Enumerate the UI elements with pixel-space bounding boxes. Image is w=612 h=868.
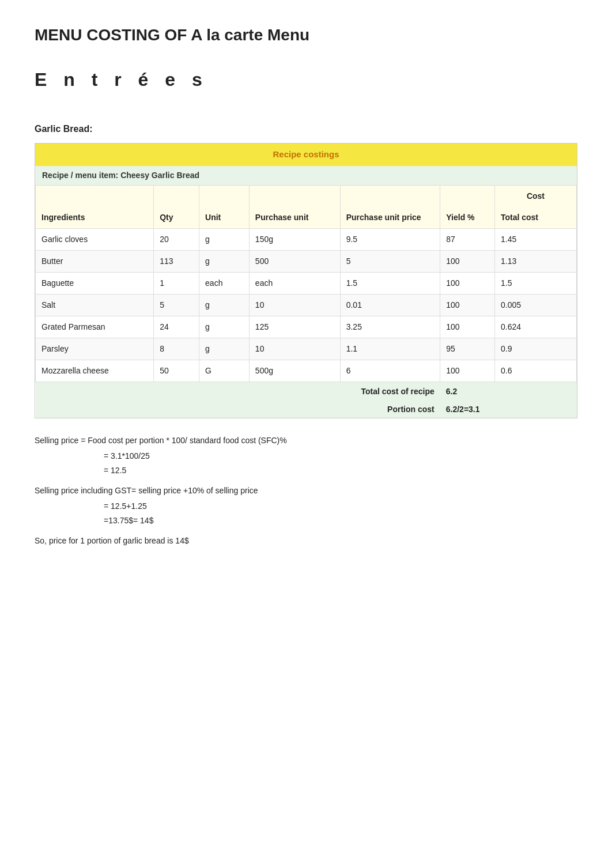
cell-0-3: 150g xyxy=(249,228,340,250)
total-cost-label: Total cost of recipe xyxy=(36,382,440,401)
table-row: Salt5g100.011000.005 xyxy=(36,294,577,316)
cell-3-4: 0.01 xyxy=(340,294,440,316)
cell-1-3: 500 xyxy=(249,250,340,272)
cell-5-3: 10 xyxy=(249,338,340,360)
page-title: MENU COSTING OF A la carte Menu xyxy=(35,23,577,47)
cell-3-2: g xyxy=(199,294,250,316)
total-cost-row: Total cost of recipe 6.2 xyxy=(36,382,577,401)
cell-2-5: 100 xyxy=(440,272,495,294)
cell-3-5: 100 xyxy=(440,294,495,316)
cell-0-6: 1.45 xyxy=(494,228,576,250)
cell-0-0: Garlic cloves xyxy=(36,228,154,250)
cell-6-5: 100 xyxy=(440,360,495,382)
recipe-label: Recipe / menu item: Cheesy Garlic Bread xyxy=(35,166,577,185)
table-header-bar: Recipe costings xyxy=(35,144,577,166)
cell-2-0: Baguette xyxy=(36,272,154,294)
cell-3-3: 10 xyxy=(249,294,340,316)
cell-4-5: 100 xyxy=(440,316,495,338)
cell-5-5: 95 xyxy=(440,338,495,360)
cell-1-1: 113 xyxy=(154,250,199,272)
formula-line-1: = 3.1*100/25 xyxy=(104,450,577,462)
cell-0-5: 87 xyxy=(440,228,495,250)
cell-1-0: Butter xyxy=(36,250,154,272)
recipe-costing-table: Recipe costings Recipe / menu item: Chee… xyxy=(35,143,577,418)
col-header-total-cost: Total cost xyxy=(494,207,576,229)
col-header-yield: Yield % xyxy=(440,185,495,228)
formula-gst-1: = 12.5+1.25 xyxy=(104,500,577,512)
cell-1-6: 1.13 xyxy=(494,250,576,272)
cell-6-3: 500g xyxy=(249,360,340,382)
portion-cost-label: Portion cost xyxy=(36,401,440,418)
formula-gst: Selling price including GST= selling pri… xyxy=(35,485,577,497)
cell-4-1: 24 xyxy=(154,316,199,338)
portion-cost-value: 6.2/2=3.1 xyxy=(440,401,577,418)
cell-5-2: g xyxy=(199,338,250,360)
formula-selling-price: Selling price = Food cost per portion * … xyxy=(35,435,577,447)
cell-6-6: 0.6 xyxy=(494,360,576,382)
formula-gst-2: =13.75$= 14$ xyxy=(104,515,577,527)
cell-1-5: 100 xyxy=(440,250,495,272)
cell-3-0: Salt xyxy=(36,294,154,316)
cell-3-1: 5 xyxy=(154,294,199,316)
cell-6-2: G xyxy=(199,360,250,382)
portion-cost-row: Portion cost 6.2/2=3.1 xyxy=(36,401,577,418)
costing-table: Ingredients Qty Unit Purchase unit Purch… xyxy=(35,185,577,418)
cell-2-2: each xyxy=(199,272,250,294)
cell-2-6: 1.5 xyxy=(494,272,576,294)
subsection-title: Garlic Bread: xyxy=(35,122,577,136)
cell-2-3: each xyxy=(249,272,340,294)
col-header-qty: Qty xyxy=(154,185,199,228)
col-header-unit: Unit xyxy=(199,185,250,228)
cell-4-2: g xyxy=(199,316,250,338)
cell-4-0: Grated Parmesan xyxy=(36,316,154,338)
formula-line-2: = 12.5 xyxy=(104,465,577,477)
cell-0-4: 9.5 xyxy=(340,228,440,250)
table-row: Garlic cloves20g150g9.5871.45 xyxy=(36,228,577,250)
cell-5-6: 0.9 xyxy=(494,338,576,360)
col-header-ingredients: Ingredients xyxy=(36,185,154,228)
cell-1-4: 5 xyxy=(340,250,440,272)
table-row: Mozzarella cheese50G500g61000.6 xyxy=(36,360,577,382)
formula-conclusion: So, price for 1 portion of garlic bread … xyxy=(35,535,577,547)
total-cost-value: 6.2 xyxy=(440,382,577,401)
cell-0-2: g xyxy=(199,228,250,250)
cell-4-4: 3.25 xyxy=(340,316,440,338)
cell-6-0: Mozzarella cheese xyxy=(36,360,154,382)
table-row: Baguette1eacheach1.51001.5 xyxy=(36,272,577,294)
cell-4-6: 0.624 xyxy=(494,316,576,338)
cell-0-1: 20 xyxy=(154,228,199,250)
col-header-purchase-unit-price: Purchase unit price xyxy=(340,185,440,228)
col-header-purchase-unit: Purchase unit xyxy=(249,185,340,228)
cell-5-0: Parsley xyxy=(36,338,154,360)
col-header-cost: Cost xyxy=(494,185,576,207)
cell-6-4: 6 xyxy=(340,360,440,382)
cell-1-2: g xyxy=(199,250,250,272)
table-row: Butter113g50051001.13 xyxy=(36,250,577,272)
section-title: E n t r é e s xyxy=(35,66,577,93)
cell-6-1: 50 xyxy=(154,360,199,382)
cell-5-4: 1.1 xyxy=(340,338,440,360)
cell-3-6: 0.005 xyxy=(494,294,576,316)
table-row: Parsley8g101.1950.9 xyxy=(36,338,577,360)
cell-5-1: 8 xyxy=(154,338,199,360)
cell-2-1: 1 xyxy=(154,272,199,294)
table-row: Grated Parmesan24g1253.251000.624 xyxy=(36,316,577,338)
cell-2-4: 1.5 xyxy=(340,272,440,294)
cell-4-3: 125 xyxy=(249,316,340,338)
